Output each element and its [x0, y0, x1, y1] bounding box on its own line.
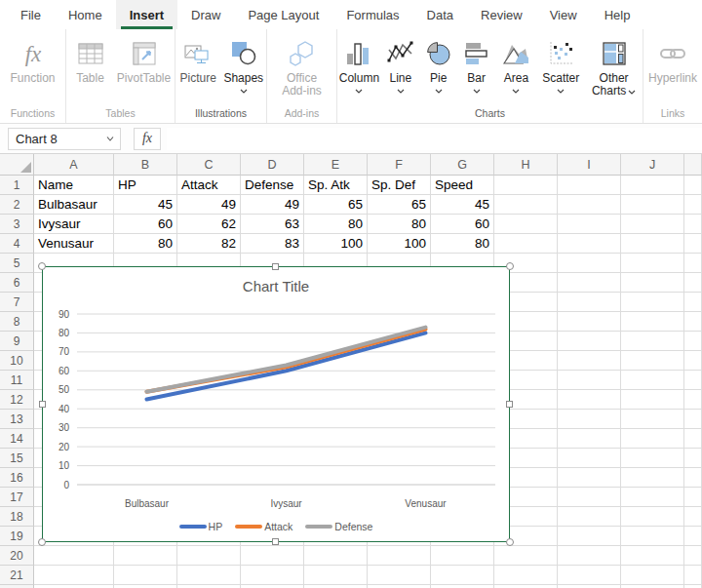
- cell-D20[interactable]: [241, 546, 304, 566]
- chart-resize-handle-bottom-right[interactable]: [506, 538, 514, 546]
- cell-C20[interactable]: [177, 546, 241, 566]
- function-button[interactable]: fx Function: [10, 35, 55, 107]
- cell-I3[interactable]: [558, 215, 621, 234]
- cell-E3[interactable]: 80: [304, 215, 368, 234]
- legend-item-attack[interactable]: Attack: [235, 521, 292, 532]
- row-header-8[interactable]: 8: [0, 312, 34, 332]
- cell-I7[interactable]: [558, 293, 621, 312]
- scatter-chart-button[interactable]: Scatter: [536, 35, 585, 107]
- tab-file[interactable]: File: [7, 0, 55, 29]
- cell-C4[interactable]: 82: [177, 234, 241, 254]
- cell-partial-9[interactable]: [684, 332, 702, 351]
- cell-J7[interactable]: [621, 293, 684, 312]
- row-header-5[interactable]: 5: [0, 254, 34, 273]
- pivottable-button[interactable]: PivotTable: [114, 35, 175, 107]
- row-header-10[interactable]: 10: [0, 351, 34, 371]
- row-header-14[interactable]: 14: [0, 429, 34, 449]
- chart-resize-handle-top-right[interactable]: [506, 262, 514, 270]
- cell-partial-11[interactable]: [684, 371, 702, 390]
- cell-J19[interactable]: [621, 527, 684, 546]
- cell-partial-13[interactable]: [684, 410, 702, 429]
- cell-partial-19[interactable]: [684, 527, 702, 546]
- column-header-e[interactable]: E: [304, 154, 368, 176]
- cell-partial-14[interactable]: [684, 429, 702, 449]
- chart-resize-handle-right[interactable]: [506, 401, 513, 408]
- legend-item-defense[interactable]: Defense: [305, 521, 372, 532]
- area-chart-button[interactable]: Area: [495, 35, 536, 107]
- cell-D4[interactable]: 83: [241, 234, 304, 254]
- tab-insert[interactable]: Insert: [116, 0, 177, 29]
- cell-I13[interactable]: [558, 410, 621, 429]
- cell-partial-7[interactable]: [684, 293, 702, 312]
- cell-F20[interactable]: [368, 546, 431, 566]
- cell-partial-21[interactable]: [684, 566, 702, 585]
- tab-view[interactable]: View: [536, 0, 591, 29]
- cell-J15[interactable]: [621, 449, 684, 468]
- cell-I5[interactable]: [558, 254, 621, 273]
- cell-I15[interactable]: [558, 449, 621, 468]
- row-header-16[interactable]: 16: [0, 468, 34, 488]
- cell-J10[interactable]: [621, 351, 684, 371]
- cell-J8[interactable]: [621, 312, 684, 332]
- column-header-b[interactable]: B: [114, 154, 177, 176]
- cell-D3[interactable]: 63: [241, 215, 304, 234]
- tab-draw[interactable]: Draw: [177, 0, 234, 29]
- cell-G3[interactable]: 60: [431, 215, 494, 234]
- cell-H2[interactable]: [494, 195, 558, 215]
- cell-partial-12[interactable]: [684, 390, 702, 410]
- column-header-d[interactable]: D: [241, 154, 304, 176]
- cell-A21[interactable]: [34, 566, 114, 585]
- row-header-2[interactable]: 2: [0, 195, 34, 215]
- cell-A3[interactable]: Ivysaur: [34, 215, 114, 234]
- cell-J13[interactable]: [621, 410, 684, 429]
- cell-H21[interactable]: [494, 566, 558, 585]
- cell-J6[interactable]: [621, 273, 684, 293]
- cell-J9[interactable]: [621, 332, 684, 351]
- select-all-corner[interactable]: [0, 154, 34, 176]
- cell-G4[interactable]: 80: [431, 234, 494, 254]
- row-header-13[interactable]: 13: [0, 410, 34, 429]
- hyperlink-button[interactable]: Hyperlink: [648, 35, 697, 107]
- cell-partial-5[interactable]: [684, 254, 702, 273]
- shapes-button[interactable]: Shapes: [221, 35, 267, 107]
- column-header-a[interactable]: A: [34, 154, 114, 176]
- column-header-i[interactable]: I: [558, 154, 621, 176]
- cell-G1[interactable]: Speed: [431, 176, 494, 195]
- row-header-18[interactable]: 18: [0, 507, 34, 527]
- cell-F21[interactable]: [368, 566, 431, 585]
- cell-I1[interactable]: [558, 176, 621, 195]
- cell-F3[interactable]: 80: [368, 215, 431, 234]
- cell-B4[interactable]: 80: [114, 234, 177, 254]
- column-header-c[interactable]: C: [177, 154, 241, 176]
- cell-F2[interactable]: 65: [368, 195, 431, 215]
- cell-A4[interactable]: Venusaur: [34, 234, 114, 254]
- cell-C3[interactable]: 62: [177, 215, 241, 234]
- cell-partial-16[interactable]: [684, 468, 702, 488]
- office-addins-button[interactable]: Office Add-ins: [276, 35, 329, 107]
- cell-D2[interactable]: 49: [241, 195, 304, 215]
- cell-C2[interactable]: 49: [177, 195, 241, 215]
- cell-B1[interactable]: HP: [114, 176, 177, 195]
- tab-data[interactable]: Data: [413, 0, 467, 29]
- cell-A2[interactable]: Bulbasaur: [34, 195, 114, 215]
- column-header-g[interactable]: G: [431, 154, 494, 176]
- cell-J16[interactable]: [621, 468, 684, 488]
- cell-J3[interactable]: [621, 215, 684, 234]
- cell-I21[interactable]: [558, 566, 621, 585]
- cell-J14[interactable]: [621, 429, 684, 449]
- cell-I12[interactable]: [558, 390, 621, 410]
- cell-E4[interactable]: 100: [304, 234, 368, 254]
- row-header-1[interactable]: 1: [0, 176, 34, 195]
- cell-G2[interactable]: 45: [431, 195, 494, 215]
- cell-I14[interactable]: [558, 429, 621, 449]
- cell-B21[interactable]: [114, 566, 177, 585]
- chart-resize-handle-top-left[interactable]: [38, 262, 46, 270]
- cell-I8[interactable]: [558, 312, 621, 332]
- cell-partial-20[interactable]: [684, 546, 702, 566]
- row-header-21[interactable]: 21: [0, 566, 34, 585]
- cell-partial-1[interactable]: [684, 176, 702, 195]
- cell-J1[interactable]: [621, 176, 684, 195]
- cell-E20[interactable]: [304, 546, 368, 566]
- cell-H20[interactable]: [494, 546, 558, 566]
- bar-chart-button[interactable]: Bar: [457, 35, 496, 107]
